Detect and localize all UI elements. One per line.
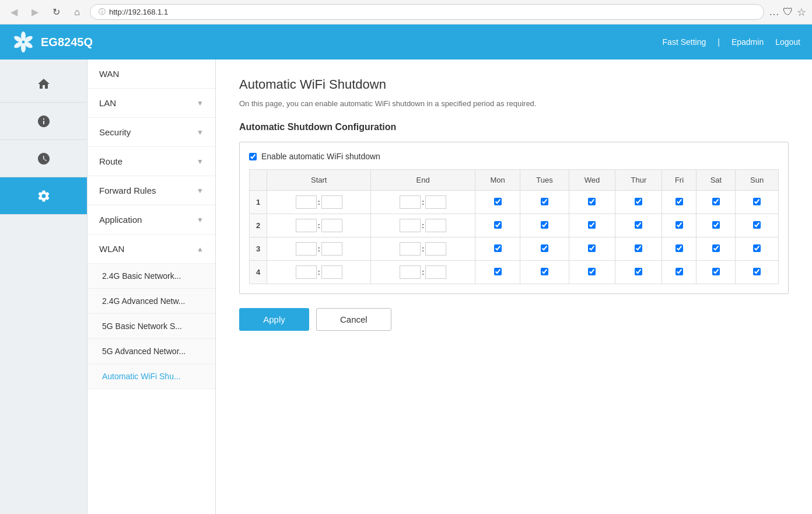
day-thur-checkbox[interactable] (635, 221, 642, 229)
day-sat-checkbox[interactable] (712, 244, 720, 252)
day-fri-checkbox[interactable] (676, 198, 683, 205)
day-fri-checkbox[interactable] (676, 268, 683, 275)
menu-item-application[interactable]: Application ▼ (88, 205, 215, 235)
time-colon: : (318, 244, 320, 253)
header-logo: EG8245Q (12, 30, 93, 54)
day-tues-checkbox[interactable] (541, 268, 548, 275)
start-min-input[interactable] (321, 265, 342, 279)
star-icon[interactable]: ☆ (797, 6, 806, 19)
start-hour-input[interactable] (296, 195, 317, 209)
day-thur-checkbox[interactable] (635, 244, 642, 252)
menu-sub-item-advanced-24g[interactable]: 2.4G Advanced Netw... (88, 289, 215, 314)
start-hour-input[interactable] (296, 219, 317, 232)
menu-item-lan[interactable]: LAN ▼ (88, 89, 215, 118)
day-thur-cell (615, 261, 662, 284)
content-area: Automatic WiFi Shutdown On this page, yo… (216, 60, 812, 514)
day-thur-checkbox[interactable] (635, 268, 642, 275)
button-row: Apply Cancel (239, 308, 789, 331)
reload-button[interactable]: ↻ (48, 4, 64, 20)
col-num (250, 170, 267, 191)
table-row: 4:: (250, 261, 779, 284)
day-sun-checkbox[interactable] (753, 221, 761, 229)
day-wed-checkbox[interactable] (588, 198, 596, 205)
day-mon-checkbox[interactable] (494, 221, 502, 229)
day-wed-checkbox[interactable] (588, 244, 596, 252)
day-sat-checkbox[interactable] (712, 221, 720, 229)
day-mon-checkbox[interactable] (494, 268, 502, 275)
day-mon-checkbox[interactable] (494, 244, 502, 252)
page-title: Automatic WiFi Shutdown (239, 77, 789, 92)
start-time-cell: : (267, 191, 371, 214)
config-box: Enable automatic WiFi shutdown Start End… (239, 142, 789, 294)
end-hour-input[interactable] (400, 219, 421, 232)
day-wed-checkbox[interactable] (588, 221, 596, 229)
menu-item-wan[interactable]: WAN (88, 60, 215, 89)
back-button[interactable]: ◀ (6, 4, 22, 20)
menu-sub-item-auto-wifi-shutdown[interactable]: Automatic WiFi Shu... (88, 364, 215, 389)
end-time-cell: : (371, 237, 475, 261)
day-tues-checkbox[interactable] (541, 221, 548, 229)
end-min-input[interactable] (425, 265, 446, 279)
menu-item-route[interactable]: Route ▼ (88, 147, 215, 176)
end-min-input[interactable] (425, 219, 446, 232)
address-bar[interactable]: ⓘ http://192.168.1.1 (90, 4, 764, 20)
menu-sub-item-advanced-5g[interactable]: 5G Advanced Networ... (88, 339, 215, 364)
menu-item-wlan[interactable]: WLAN ▲ (88, 235, 215, 264)
sidebar-item-tools[interactable] (0, 103, 87, 140)
start-min-input[interactable] (321, 242, 342, 256)
start-hour-input[interactable] (296, 242, 317, 256)
start-hour-input[interactable] (296, 265, 317, 279)
day-sat-cell (696, 191, 736, 214)
enable-wifi-checkbox[interactable] (249, 153, 257, 160)
start-min-input[interactable] (321, 195, 342, 209)
day-tues-checkbox[interactable] (541, 198, 548, 205)
day-sun-checkbox[interactable] (753, 244, 761, 252)
table-row: 1:: (250, 191, 779, 214)
end-hour-input[interactable] (400, 242, 421, 256)
day-mon-checkbox[interactable] (494, 198, 502, 205)
day-tues-cell (520, 191, 569, 214)
day-sun-checkbox[interactable] (753, 268, 761, 275)
cancel-button[interactable]: Cancel (316, 308, 391, 331)
sidebar (0, 60, 88, 514)
day-tues-checkbox[interactable] (541, 244, 548, 252)
day-thur-checkbox[interactable] (635, 198, 642, 205)
day-mon-cell (475, 237, 520, 261)
chevron-down-icon: ▼ (197, 216, 204, 224)
day-wed-cell (569, 214, 615, 237)
menu-sub-item-basic-5g[interactable]: 5G Basic Network S... (88, 314, 215, 339)
menu-item-forward-rules[interactable]: Forward Rules ▼ (88, 176, 215, 205)
apply-button[interactable]: Apply (239, 308, 309, 331)
url-text: http://192.168.1.1 (109, 8, 168, 16)
end-min-input[interactable] (425, 195, 446, 209)
col-sun: Sun (736, 170, 779, 191)
forward-button[interactable]: ▶ (27, 4, 43, 20)
start-time-cell: : (267, 237, 371, 261)
sidebar-item-clock[interactable] (0, 140, 87, 177)
nav-divider: | (718, 37, 720, 47)
sidebar-item-settings[interactable] (0, 177, 87, 215)
time-colon: : (318, 268, 320, 277)
sidebar-item-home[interactable] (0, 65, 87, 103)
day-wed-checkbox[interactable] (588, 268, 596, 275)
fast-setting-link[interactable]: Fast Setting (663, 37, 706, 47)
logout-link[interactable]: Logout (775, 37, 800, 47)
day-fri-cell (662, 237, 696, 261)
home-button[interactable]: ⌂ (69, 4, 85, 20)
day-sun-checkbox[interactable] (753, 198, 761, 205)
menu-sub-item-basic-24g[interactable]: 2.4G Basic Network... (88, 264, 215, 289)
end-hour-input[interactable] (400, 265, 421, 279)
day-sun-cell (736, 261, 779, 284)
day-sat-checkbox[interactable] (712, 198, 720, 205)
shield-icon[interactable]: 🛡 (783, 6, 793, 18)
day-fri-checkbox[interactable] (676, 244, 683, 252)
more-icon[interactable]: … (769, 6, 779, 18)
day-fri-checkbox[interactable] (676, 221, 683, 229)
end-min-input[interactable] (425, 242, 446, 256)
day-sat-cell (696, 214, 736, 237)
end-hour-input[interactable] (400, 195, 421, 209)
menu-item-security[interactable]: Security ▼ (88, 118, 215, 147)
start-min-input[interactable] (321, 219, 342, 232)
day-sat-checkbox[interactable] (712, 268, 720, 275)
enable-row: Enable automatic WiFi shutdown (249, 152, 779, 161)
